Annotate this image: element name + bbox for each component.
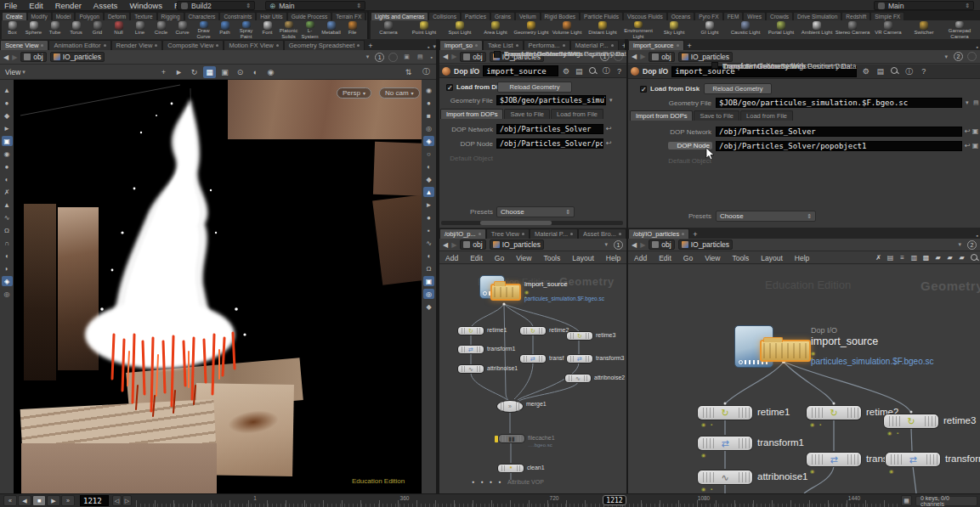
search-icon[interactable] bbox=[587, 66, 598, 76]
node-flag-icons[interactable]: ◉ ▪ bbox=[810, 421, 823, 427]
viewport-tool-icon[interactable]: ◗ bbox=[2, 263, 13, 273]
path-caret-icon[interactable]: ▾ bbox=[943, 54, 949, 60]
shelf-tool[interactable]: Gamepad Camera bbox=[942, 20, 977, 39]
network-node[interactable]: ↻ retime2 ◉ ▪ bbox=[807, 406, 861, 420]
back-button[interactable]: ◀ bbox=[443, 241, 448, 249]
viewport-tool-icon[interactable]: ● bbox=[2, 98, 13, 108]
pane-tab[interactable]: Animation Editor bbox=[48, 40, 110, 50]
timeline-ruler[interactable]: 136072010801440 bbox=[136, 495, 898, 507]
network-menu-item[interactable]: Tools bbox=[726, 254, 755, 262]
pin-icon[interactable] bbox=[388, 53, 398, 62]
network-menu-item[interactable]: Edit bbox=[464, 254, 489, 262]
shelf-tab[interactable]: Particles bbox=[461, 12, 490, 20]
forward-button[interactable]: ▶ bbox=[451, 241, 456, 249]
go-to-start-button[interactable]: « bbox=[3, 495, 17, 506]
param-folder-tab[interactable]: Save to File bbox=[504, 109, 550, 119]
shelf-tab[interactable]: Simple FX bbox=[870, 12, 904, 20]
network-menu-item[interactable]: View bbox=[699, 254, 726, 262]
view-tool-icon[interactable]: ⊙ bbox=[234, 66, 246, 78]
shelf-tool[interactable]: Metaball bbox=[320, 20, 342, 39]
shelf-tab[interactable]: Polygon bbox=[75, 12, 104, 20]
node-pick-icon[interactable]: ▣ bbox=[972, 142, 979, 149]
viewport-tool-icon[interactable]: ▪ bbox=[423, 225, 434, 235]
back-button[interactable]: ◀ bbox=[632, 53, 637, 60]
pane-tab[interactable]: Material P... bbox=[570, 40, 619, 50]
network-toolbar-icon[interactable]: ▤ bbox=[886, 254, 895, 262]
pane-tab[interactable]: import_so bbox=[439, 40, 483, 50]
shelf-tab[interactable]: Model bbox=[52, 12, 76, 20]
back-button[interactable]: ◀ bbox=[443, 53, 448, 60]
pane-tab[interactable]: Material P... bbox=[530, 228, 578, 239]
op-path-icons[interactable]: ↩▣ bbox=[965, 127, 978, 135]
dop-node-input[interactable]: /obj/Particles_Solver/popobject1 bbox=[496, 138, 603, 149]
file-chooser-icon[interactable]: ▤ bbox=[972, 99, 980, 106]
shelf-tab[interactable]: Redshift bbox=[841, 12, 870, 20]
param-folder-tab[interactable]: Save to File bbox=[694, 110, 739, 121]
merge-node[interactable]: » merge1 bbox=[497, 401, 523, 412]
link-number-badge[interactable]: 1 bbox=[614, 240, 623, 250]
network-menu-item[interactable]: Add bbox=[628, 254, 653, 262]
breadcrumb-node[interactable]: IO_particles bbox=[490, 239, 544, 250]
desktop-selector[interactable]: ⊕ Main ⇕ bbox=[265, 1, 365, 10]
shelf-tab[interactable]: Particle Fluids bbox=[580, 12, 623, 20]
network-menu-item[interactable]: Go bbox=[677, 254, 699, 262]
shelf-tab[interactable]: Rigid Bodies bbox=[541, 12, 581, 20]
breadcrumb-root[interactable]: obj bbox=[20, 52, 46, 62]
viewport-tool-icon[interactable]: ◐ bbox=[2, 174, 13, 184]
jump-icon[interactable]: ↩ bbox=[965, 127, 971, 135]
pane-tab[interactable]: Take List bbox=[483, 40, 524, 50]
shelf-tool[interactable]: Spot Light bbox=[442, 20, 478, 39]
shelf-tool[interactable]: Curve bbox=[172, 20, 193, 39]
pane-tab[interactable]: import_source bbox=[628, 40, 684, 50]
checkbox[interactable] bbox=[494, 51, 501, 58]
presets-dropdown[interactable]: Choose ⇕ bbox=[496, 206, 575, 217]
shelf-tool[interactable]: Ambient Light bbox=[799, 20, 835, 39]
dop-node-input[interactable]: /obj/Particles_Solver/popobject1 bbox=[716, 141, 962, 151]
viewport-tool-icon[interactable]: ▲ bbox=[2, 200, 13, 210]
node-flag-icons[interactable]: ◉ ▪ bbox=[701, 421, 714, 427]
persp-selector[interactable]: Persp ▾ bbox=[337, 87, 371, 99]
shelf-tool[interactable]: Stereo Camera bbox=[835, 20, 870, 39]
pane-tab[interactable]: Composite View bbox=[162, 40, 224, 50]
build-selector[interactable]: Build2 ⇕ bbox=[177, 1, 255, 10]
shelf-tab[interactable]: Deform bbox=[104, 12, 130, 20]
view-caret-icon[interactable]: ▾ bbox=[20, 69, 27, 76]
info-icon[interactable]: ⓘ bbox=[420, 66, 433, 78]
maximize-icon[interactable]: ▪ bbox=[429, 54, 434, 60]
shelf-tool[interactable]: Area Light bbox=[478, 20, 513, 39]
shelf-tool[interactable]: Grid bbox=[87, 20, 108, 39]
network-node[interactable]: ↻ retime2 bbox=[520, 327, 546, 335]
network-node[interactable]: ↻ retime3 bbox=[567, 332, 592, 340]
geometry-file-input[interactable]: $JOB/geo/particules_simulation.$F.bgeo.s… bbox=[496, 95, 606, 105]
op-path-icons[interactable]: ↩▣ bbox=[965, 142, 978, 149]
pane-tab[interactable]: Render View bbox=[111, 40, 163, 50]
network-graph-right[interactable]: Education Edition Geometry Dop I/O bbox=[628, 265, 980, 493]
shelf-tool[interactable]: Path bbox=[214, 20, 235, 39]
shelf-tool[interactable]: File bbox=[342, 20, 363, 39]
network-node[interactable]: ↻ retime1 bbox=[458, 327, 484, 335]
shelf-tool[interactable]: Line bbox=[129, 20, 150, 39]
shelf-tool[interactable]: Geometry Light bbox=[513, 20, 549, 39]
shelf-tab[interactable]: Lights and Cameras bbox=[371, 12, 428, 20]
shelf-tab[interactable]: FEM bbox=[723, 12, 744, 20]
shelf-tool[interactable]: Null bbox=[108, 20, 129, 39]
shelf-tab[interactable]: Characters bbox=[184, 12, 220, 20]
viewport-tool-icon[interactable]: ● bbox=[423, 98, 434, 108]
network-toolbar-icon[interactable]: ▥ bbox=[909, 254, 919, 262]
shelf-tab[interactable]: Crowds bbox=[766, 12, 793, 20]
shelf-tool[interactable]: Sphere bbox=[23, 20, 44, 39]
menu-item[interactable]: Render bbox=[55, 1, 82, 10]
viewport-tool-icon[interactable]: ▣ bbox=[423, 276, 434, 286]
network-toolbar-icon[interactable]: ▰ bbox=[957, 254, 966, 262]
shelf-tab[interactable]: Wires bbox=[743, 12, 766, 20]
network-menu-item[interactable]: View bbox=[510, 254, 537, 262]
viewport-tool-icon[interactable]: ∿ bbox=[423, 238, 434, 248]
shelf-tab[interactable]: Oceans bbox=[667, 12, 694, 20]
viewport-tool-icon[interactable]: ◉ bbox=[2, 149, 13, 159]
network-menu-item[interactable]: Help bbox=[789, 254, 815, 262]
gear-icon[interactable]: ⚙ bbox=[562, 67, 571, 76]
viewport-tool-icon[interactable]: ■ bbox=[423, 110, 434, 121]
viewport-tool-icon[interactable]: ◉ bbox=[423, 85, 434, 95]
network-node[interactable]: ↻ retime1 ◉ ▪ bbox=[698, 406, 752, 420]
clean-node[interactable]: * clean1 bbox=[498, 465, 524, 472]
